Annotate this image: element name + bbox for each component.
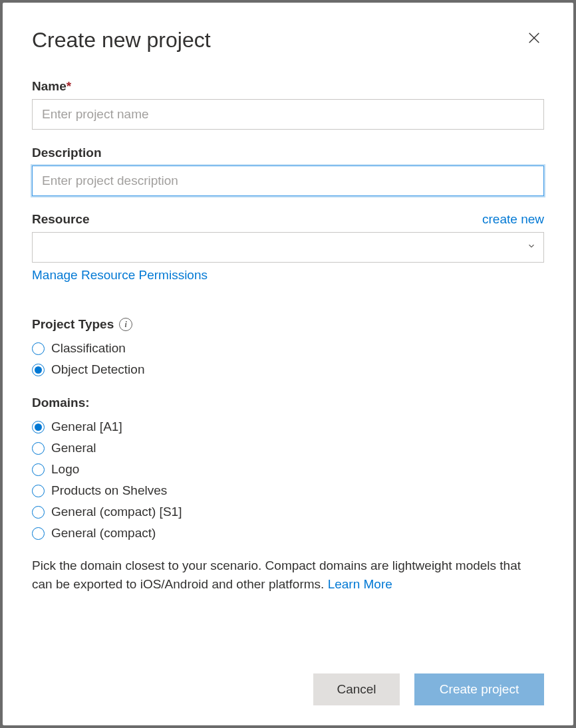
radio-icon [32,463,45,476]
radio-label: Object Detection [51,362,144,377]
project-types-label-text: Project Types [32,317,114,332]
description-label: Description [32,146,544,160]
close-icon [527,31,541,45]
resource-label: Resource [32,212,90,227]
radio-domain-general-compact-s1[interactable]: General (compact) [S1] [32,505,544,519]
name-label-text: Name [32,79,67,93]
radio-object-detection[interactable]: Object Detection [32,362,544,377]
radio-label: General [51,441,96,455]
radio-label: General (compact) [51,526,156,541]
domains-label: Domains: [32,396,544,410]
modal-title: Create new project [32,28,211,53]
radio-domain-general[interactable]: General [32,441,544,455]
create-project-modal: Create new project Name* Description Res… [3,3,573,725]
required-marker: * [67,79,71,93]
domains-list: General [A1] General Logo Products on Sh… [32,420,544,541]
radio-label: Logo [51,462,79,477]
project-types-label: Project Types i [32,317,544,332]
modal-header: Create new project [32,28,544,53]
radio-domain-logo[interactable]: Logo [32,462,544,477]
name-group: Name* [32,79,544,130]
radio-icon [32,442,45,455]
resource-select[interactable] [32,232,544,263]
radio-label: General (compact) [S1] [51,505,182,519]
radio-icon [32,506,45,519]
radio-domain-general-compact[interactable]: General (compact) [32,526,544,541]
name-label: Name* [32,79,544,94]
radio-icon [32,342,45,355]
create-new-link[interactable]: create new [482,212,544,227]
radio-domain-general-a1[interactable]: General [A1] [32,420,544,434]
modal-footer: Cancel Create project [32,654,544,705]
learn-more-link[interactable]: Learn More [328,577,392,591]
info-icon[interactable]: i [119,318,132,331]
description-input[interactable] [32,166,544,196]
radio-icon [32,364,45,376]
radio-icon [32,421,45,433]
close-button[interactable] [524,28,544,50]
manage-permissions-link[interactable]: Manage Resource Permissions [32,268,208,283]
radio-icon [32,485,45,497]
radio-label: Products on Shelves [51,483,167,498]
cancel-button[interactable]: Cancel [313,673,400,705]
description-group: Description [32,146,544,196]
radio-label: General [A1] [51,420,122,434]
resource-select-wrap [32,232,544,263]
resource-group: Resource create new Manage Resource Perm… [32,212,544,283]
radio-domain-products-shelves[interactable]: Products on Shelves [32,483,544,498]
radio-icon [32,527,45,540]
help-text-body: Pick the domain closest to your scenario… [32,558,521,591]
create-project-button[interactable]: Create project [414,673,544,705]
radio-classification[interactable]: Classification [32,341,544,356]
project-types-list: Classification Object Detection [32,341,544,377]
radio-label: Classification [51,341,126,356]
domains-help-text: Pick the domain closest to your scenario… [32,556,544,593]
resource-label-row: Resource create new [32,212,544,227]
name-input[interactable] [32,99,544,130]
